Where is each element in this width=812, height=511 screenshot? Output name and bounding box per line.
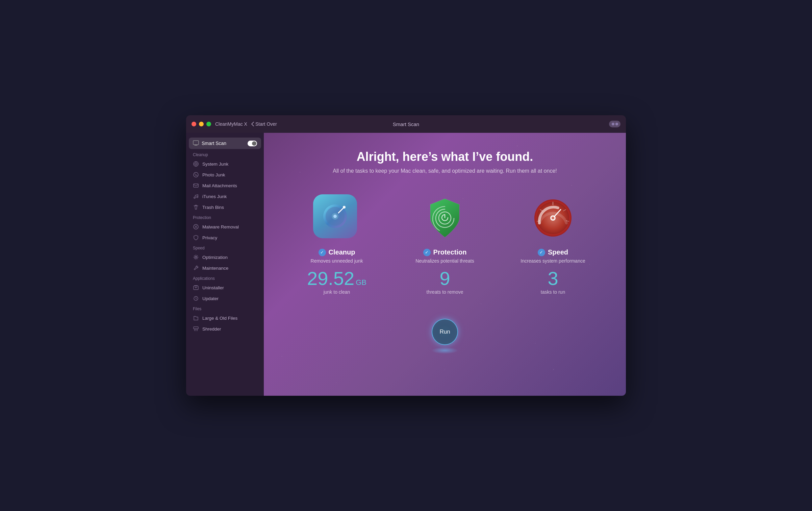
sidebar-section-speed: Speed	[186, 243, 264, 252]
photo-junk-icon	[193, 172, 199, 178]
app-window: CleanMyMac X Start Over Smart Scan	[186, 115, 626, 396]
chevron-left-icon	[251, 122, 254, 126]
close-button[interactable]	[192, 122, 196, 126]
avatar-dot	[612, 123, 614, 125]
traffic-lights	[192, 122, 211, 126]
protection-icon-wrapper	[421, 194, 468, 242]
speed-value: 3	[548, 269, 558, 288]
protection-value: 9	[439, 269, 450, 288]
speed-title-row: ✓ Speed	[538, 248, 568, 256]
svg-point-3	[194, 172, 198, 177]
cleanup-unit-label: junk to clean	[324, 289, 350, 295]
sidebar-item-privacy[interactable]: Privacy	[186, 232, 264, 243]
window-title: Smart Scan	[393, 121, 419, 127]
cleanup-icon-container	[313, 194, 360, 242]
protection-icon-container	[421, 194, 468, 242]
back-button[interactable]: Start Over	[251, 121, 277, 127]
content-header: Alright, here’s what I’ve found. All of …	[326, 133, 563, 184]
shredder-icon	[193, 326, 199, 332]
content-area: Alright, here’s what I’ve found. All of …	[264, 133, 626, 396]
smart-scan-icon	[193, 140, 199, 146]
maximize-button[interactable]	[206, 122, 211, 126]
svg-point-7	[197, 196, 198, 198]
speed-check-icon: ✓	[538, 249, 545, 256]
cleanup-unit: GB	[356, 279, 366, 286]
hard-drive-svg	[320, 201, 350, 232]
sidebar-section-protection: Protection	[186, 213, 264, 221]
protection-check-icon: ✓	[423, 249, 431, 256]
system-junk-icon	[193, 161, 199, 167]
svg-rect-11	[194, 327, 198, 329]
speed-icon-wrapper	[529, 194, 577, 242]
svg-point-6	[194, 197, 195, 198]
sidebar-item-malware-removal[interactable]: Malware Removal	[186, 221, 264, 232]
sidebar: Smart Scan Cleanup System Junk	[186, 133, 264, 396]
svg-point-17	[343, 206, 346, 209]
svg-rect-0	[193, 141, 199, 145]
protection-card: ✓ Protection Neutralizes potential threa…	[391, 188, 499, 305]
sidebar-item-itunes-junk[interactable]: iTunes Junk	[186, 191, 264, 202]
sidebar-active-left: Smart Scan	[193, 140, 226, 146]
sidebar-item-system-junk[interactable]: System Junk	[186, 159, 264, 169]
updater-icon	[193, 295, 199, 301]
avatar-dot-2	[615, 123, 618, 125]
uninstaller-icon	[193, 285, 199, 291]
sidebar-item-large-old-files[interactable]: Large & Old Files	[186, 313, 264, 323]
protection-svg	[423, 196, 467, 240]
titlebar: CleanMyMac X Start Over Smart Scan	[186, 115, 626, 133]
privacy-icon	[193, 235, 199, 241]
speed-svg	[531, 196, 575, 240]
speed-number-row: 3	[548, 269, 558, 288]
cleanup-card: ✓ Cleanup Removes unneeded junk 29.52 GB…	[283, 188, 391, 305]
mail-icon	[193, 182, 199, 189]
protection-desc: Neutralizes potential threats	[415, 258, 474, 264]
cleanup-value: 29.52	[307, 269, 354, 288]
sidebar-section-cleanup: Cleanup	[186, 150, 264, 159]
sidebar-item-trash-bins[interactable]: Trash Bins	[186, 202, 264, 213]
sidebar-item-maintenance[interactable]: Maintenance	[186, 263, 264, 273]
sidebar-item-smart-scan[interactable]: Smart Scan	[189, 138, 261, 149]
main-title: Alright, here’s what I’ve found.	[333, 150, 557, 164]
sidebar-item-uninstaller[interactable]: Uninstaller	[186, 282, 264, 293]
minimize-button[interactable]	[199, 122, 204, 126]
cards-container: ✓ Cleanup Removes unneeded junk 29.52 GB…	[283, 188, 607, 305]
cleanup-icon	[313, 194, 357, 238]
svg-point-15	[333, 215, 337, 218]
speed-icon-container	[529, 194, 577, 242]
cleanup-check-icon: ✓	[319, 249, 326, 256]
svg-point-4	[195, 174, 196, 174]
files-icon	[193, 315, 199, 321]
speed-unit-label: tasks to run	[541, 289, 565, 295]
sidebar-item-updater[interactable]: Updater	[186, 293, 264, 304]
speed-desc: Increases system performance	[521, 258, 585, 264]
smart-scan-toggle[interactable]	[248, 141, 257, 146]
cleanup-number-row: 29.52 GB	[307, 269, 366, 288]
run-button-container: Run	[428, 315, 462, 349]
run-button[interactable]: Run	[432, 319, 458, 345]
sidebar-item-optimization[interactable]: Optimization	[186, 252, 264, 263]
cleanup-title-row: ✓ Cleanup	[319, 248, 355, 256]
itunes-icon	[193, 193, 199, 199]
app-name-label: CleanMyMac X	[215, 121, 247, 127]
maintenance-icon	[193, 265, 199, 271]
sidebar-section-applications: Applications	[186, 273, 264, 282]
protection-unit-label: threats to remove	[427, 289, 463, 295]
svg-point-22	[552, 217, 554, 219]
sidebar-item-shredder[interactable]: Shredder	[186, 323, 264, 334]
trash-icon	[193, 204, 199, 210]
sidebar-item-photo-junk[interactable]: Photo Junk	[186, 169, 264, 180]
svg-point-9	[195, 257, 197, 258]
sidebar-section-files: Files	[186, 304, 264, 313]
optimization-icon	[193, 254, 199, 260]
speed-card: ✓ Speed Increases system performance 3 t…	[499, 188, 607, 305]
svg-rect-5	[194, 184, 198, 187]
protection-number-row: 9	[439, 269, 450, 288]
sidebar-item-mail-attachments[interactable]: Mail Attachments	[186, 180, 264, 191]
avatar-button[interactable]	[609, 121, 620, 127]
cleanup-desc: Removes unneeded junk	[311, 258, 363, 264]
malware-icon	[193, 224, 199, 230]
main-subtitle: All of the tasks to keep your Mac clean,…	[333, 168, 557, 174]
svg-point-2	[195, 163, 197, 165]
protection-title-row: ✓ Protection	[423, 248, 467, 256]
main-content: Smart Scan Cleanup System Junk	[186, 133, 626, 396]
